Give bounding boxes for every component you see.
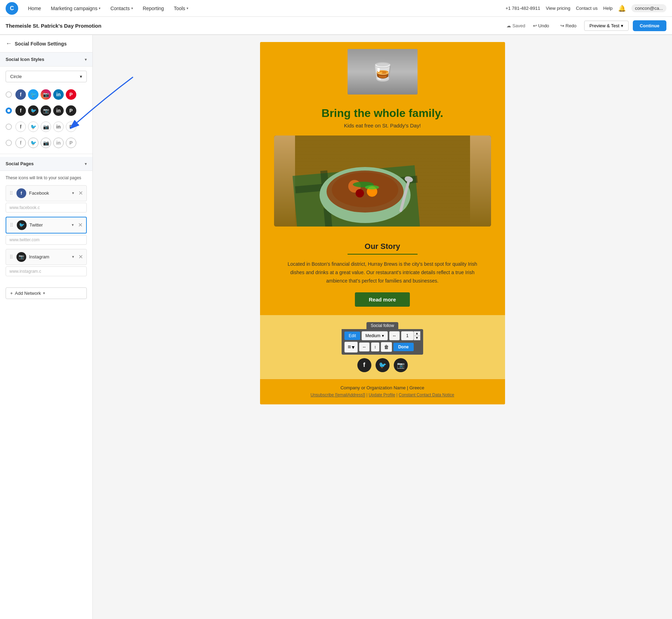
network-header-twitter: ⠿ 🐦 Twitter ▾ ✕	[6, 217, 87, 234]
twitter-social-icon[interactable]: 🐦	[376, 358, 390, 372]
pinterest-icon: P	[66, 138, 76, 148]
instagram-url-input[interactable]	[6, 266, 87, 276]
icon-style-row-1: f 🐦 📷 in P	[0, 86, 92, 103]
facebook-url-input[interactable]	[6, 203, 87, 213]
edit-button[interactable]: Edit	[344, 332, 360, 340]
social-icon-styles-section[interactable]: Social Icon Styles ▾	[0, 53, 92, 67]
size-dropdown[interactable]: Medium ▾	[362, 331, 388, 340]
stepper-up-button[interactable]: ▲	[414, 331, 420, 336]
remove-twitter-button[interactable]: ✕	[78, 222, 83, 228]
chevron-down-icon: ▾	[382, 333, 384, 338]
pinterest-icon: P	[66, 89, 76, 100]
stepper-buttons: ▲ ▼	[414, 331, 420, 340]
email-footer: Company or Organization Name | Greece Un…	[260, 379, 505, 404]
panel-title: Social Follow Settings	[15, 41, 67, 47]
network-item-facebook: ⠿ f Facebook ▾ ✕	[6, 185, 87, 213]
facebook-icon: f	[15, 138, 26, 148]
nav-tools[interactable]: Tools ▾	[169, 4, 192, 13]
resize-icon: ↕	[374, 345, 376, 349]
read-more-button[interactable]: Read more	[355, 292, 410, 307]
chevron-down-icon[interactable]: ▾	[72, 255, 74, 259]
user-menu[interactable]: concon@ca...	[631, 4, 666, 12]
resize-button[interactable]: ↕	[371, 342, 379, 352]
trash-icon: 🗑	[384, 344, 389, 350]
preview-button[interactable]: Preview & Test ▾	[584, 21, 629, 31]
continue-button[interactable]: Continue	[633, 20, 666, 31]
remove-facebook-button[interactable]: ✕	[78, 190, 83, 196]
left-panel: ← Social Follow Settings Social Icon Sty…	[0, 35, 93, 619]
spacing-value: 1	[401, 331, 414, 340]
email-top-section: 🥃	[260, 42, 505, 98]
help-link[interactable]: Help	[603, 6, 613, 11]
drag-handle-icon[interactable]: ⠿	[10, 222, 13, 228]
chevron-down-icon: ▾	[131, 6, 133, 10]
facebook-icon: f	[15, 105, 26, 116]
back-button[interactable]: ←	[6, 40, 12, 47]
delete-button[interactable]: 🗑	[381, 342, 392, 352]
facebook-icon: f	[15, 121, 26, 132]
drag-handle-icon[interactable]: ⠿	[9, 254, 13, 260]
remove-instagram-button[interactable]: ✕	[78, 253, 83, 260]
svg-point-11	[356, 189, 364, 197]
social-pages-content: These icons will link to your social pag…	[0, 171, 92, 285]
view-pricing-link[interactable]: View pricing	[546, 6, 570, 11]
nav-reporting[interactable]: Reporting	[139, 4, 168, 13]
instagram-social-icon[interactable]: 📷	[394, 358, 408, 372]
toolbar-row-1: Edit Medium ▾ ↔ 1 ▲	[344, 331, 420, 340]
facebook-icon: f	[15, 89, 26, 100]
add-network-button[interactable]: + Add Network ▾	[6, 287, 87, 299]
linkedin-icon: in	[53, 121, 64, 132]
icon-style-row-3: f 🐦 📷 in P	[0, 119, 92, 135]
nav-home[interactable]: Home	[24, 4, 45, 13]
facebook-social-icon[interactable]: f	[357, 358, 371, 372]
instagram-url-field	[6, 266, 87, 276]
chevron-down-icon[interactable]: ▾	[72, 191, 74, 195]
social-pages-section[interactable]: Social Pages ▾	[0, 157, 92, 171]
icon-style-radio-2[interactable]	[6, 107, 12, 114]
second-nav-right: ☁ Saved ↩ Undo ↪ Redo Preview & Test ▾ C…	[506, 20, 666, 31]
icon-group-colored: f 🐦 📷 in P	[15, 89, 76, 100]
section-title: Social Icon Styles	[6, 57, 44, 62]
undo-button[interactable]: ↩ Undo	[530, 21, 553, 30]
svg-point-8	[332, 172, 398, 207]
nav-marketing[interactable]: Marketing campaigns ▾	[47, 4, 105, 13]
logo[interactable]: C	[6, 2, 18, 15]
social-pages-description: These icons will link to your social pag…	[6, 175, 87, 181]
center-align-button[interactable]: ↔	[359, 342, 370, 352]
second-nav: Themeisle St. Patrick's Day Promotion ☁ …	[0, 17, 672, 35]
page-title: Themeisle St. Patrick's Day Promotion	[6, 23, 506, 29]
twitter-url-input[interactable]	[6, 235, 87, 245]
icon-style-radio-1[interactable]	[6, 91, 12, 98]
data-notice-link[interactable]: Constant Contact Data Notice	[399, 392, 454, 397]
spacing-icon: ↔	[392, 333, 397, 338]
drag-handle-icon[interactable]: ⠿	[9, 190, 13, 196]
email-headline-section: Bring the whole family. Kids eat free on…	[260, 98, 505, 135]
icon-style-radio-4[interactable]	[6, 140, 12, 146]
icon-style-radio-3[interactable]	[6, 124, 12, 130]
contact-us-link[interactable]: Contact us	[576, 6, 597, 11]
bell-icon[interactable]: 🔔	[618, 5, 626, 12]
style-dropdown[interactable]: Circle ▾	[6, 71, 87, 82]
stepper-down-button[interactable]: ▼	[414, 336, 420, 340]
twitter-icon: 🐦	[28, 138, 38, 148]
undo-icon: ↩	[533, 23, 537, 28]
update-profile-link[interactable]: Update Profile	[369, 392, 395, 397]
pinterest-icon: P	[66, 105, 76, 116]
email-subheadline: Kids eat free on St. Paddy's Day!	[274, 123, 491, 128]
center-icon: ↔	[362, 345, 366, 349]
add-icon: +	[10, 291, 13, 296]
chevron-down-icon[interactable]: ▾	[72, 223, 74, 227]
align-dropdown[interactable]: ≡ ▾	[344, 342, 357, 353]
chevron-down-icon: ▾	[621, 23, 623, 28]
svg-point-15	[365, 185, 379, 189]
spacing-icon-button[interactable]: ↔	[389, 331, 400, 340]
nav-right: +1 781-482-8911 View pricing Contact us …	[505, 4, 666, 12]
nav-contacts[interactable]: Contacts ▾	[106, 4, 137, 13]
unsubscribe-link[interactable]: Unsubscribe [[emailAddress]]	[310, 392, 365, 397]
redo-button[interactable]: ↪ Redo	[557, 21, 580, 30]
content-area: 🥃 Bring the whole family. Kids eat free …	[93, 35, 672, 619]
facebook-url-field	[6, 203, 87, 213]
toolbar-row-2: ≡ ▾ ↔ ↕ 🗑 Done	[344, 342, 420, 353]
chevron-down-icon: ▾	[352, 344, 355, 350]
done-button[interactable]: Done	[393, 343, 414, 351]
